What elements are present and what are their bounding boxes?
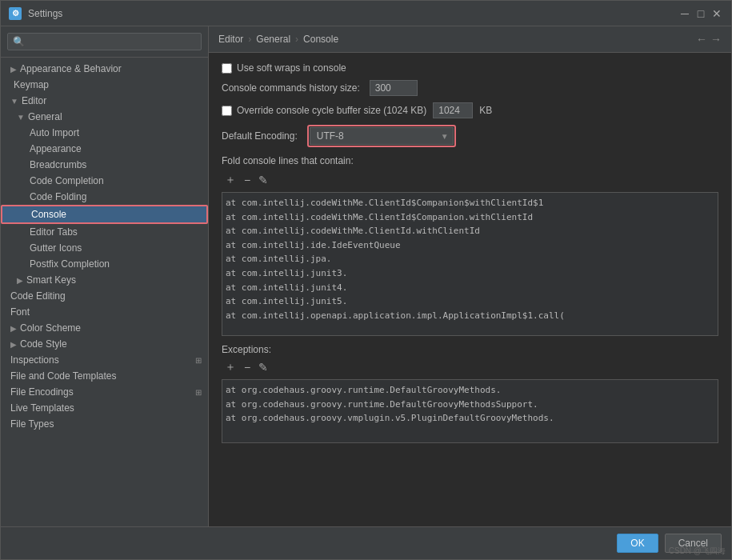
- sidebar-item-file-code-templates[interactable]: File and Code Templates: [1, 368, 208, 384]
- sidebar-item-inspections[interactable]: Inspections ⊞: [1, 352, 208, 368]
- sidebar-item-keymap[interactable]: Keymap: [1, 77, 208, 93]
- sidebar: ▶ Appearance & Behavior Keymap ▼ Editor …: [1, 26, 209, 526]
- override-checkbox[interactable]: [222, 106, 232, 116]
- override-text: Override console cycle buffer size (1024…: [237, 105, 426, 116]
- sidebar-item-label: General: [28, 111, 62, 122]
- fold-list[interactable]: at com.intellij.codeWithMe.ClientId$Comp…: [222, 192, 718, 336]
- ok-button[interactable]: OK: [617, 534, 658, 553]
- encoding-row: Default Encoding: UTF-8 UTF-16 ISO-8859-…: [222, 125, 718, 147]
- sidebar-item-label: Gutter Icons: [30, 242, 82, 254]
- sidebar-item-label: Appearance: [30, 143, 82, 154]
- sidebar-item-auto-import[interactable]: Auto Import: [1, 125, 208, 141]
- encoding-select[interactable]: UTF-8 UTF-16 ISO-8859-1 US-ASCII Windows…: [310, 127, 454, 145]
- history-label: Console commands history size:: [222, 82, 360, 94]
- sidebar-item-label: Font: [10, 306, 30, 318]
- expand-arrow: ▶: [10, 65, 17, 74]
- main-panel: Editor › General › Console ← → Use soft …: [209, 26, 731, 526]
- fold-toolbar: ＋ − ✎: [222, 171, 718, 189]
- sidebar-item-label: Breadcrumbs: [30, 159, 86, 170]
- exceptions-remove-button[interactable]: −: [241, 359, 254, 375]
- sidebar-item-file-types[interactable]: File Types: [1, 416, 208, 432]
- exceptions-add-button[interactable]: ＋: [222, 358, 239, 376]
- fold-label: Fold console lines that contain:: [222, 155, 718, 166]
- exceptions-list[interactable]: at org.codehaus.groovy.runtime.DefaultGr…: [222, 379, 718, 443]
- sidebar-item-appearance-behavior[interactable]: ▶ Appearance & Behavior: [1, 61, 208, 77]
- breadcrumb-general: General: [256, 34, 290, 45]
- search-box: [1, 26, 208, 58]
- nav-arrows: ← →: [696, 33, 722, 46]
- sidebar-item-label: File Encodings: [10, 386, 74, 398]
- sidebar-item-appearance[interactable]: Appearance: [1, 141, 208, 157]
- override-label[interactable]: Override console cycle buffer size (1024…: [222, 105, 426, 116]
- breadcrumb-sep-1: ›: [248, 34, 251, 45]
- settings-window: ⚙ Settings ─ □ ✕ ▶ Appearance & Behavior: [0, 0, 732, 560]
- sidebar-item-font[interactable]: Font: [1, 304, 208, 320]
- exceptions-toolbar: ＋ − ✎: [222, 358, 718, 376]
- list-item: at com.intellij.openapi.application.impl…: [226, 309, 714, 323]
- sidebar-item-gutter-icons[interactable]: Gutter Icons: [1, 240, 208, 256]
- sidebar-item-code-completion[interactable]: Code Completion: [1, 173, 208, 189]
- sidebar-item-editor[interactable]: ▼ Editor: [1, 93, 208, 109]
- list-item: at com.intellij.codeWithMe.ClientId$Comp…: [226, 196, 714, 210]
- expand-arrow: ▶: [10, 324, 17, 333]
- sidebar-item-code-editing[interactable]: Code Editing: [1, 288, 208, 304]
- sidebar-item-smart-keys[interactable]: ▶ Smart Keys: [1, 272, 208, 288]
- sidebar-item-label: Editor: [22, 95, 46, 106]
- kb-label: KB: [479, 105, 492, 116]
- footer: OK Cancel: [1, 526, 731, 559]
- sidebar-item-label: Editor Tabs: [30, 226, 78, 238]
- sidebar-item-label: File Types: [10, 418, 54, 430]
- expand-arrow: ▼: [10, 97, 18, 106]
- sidebar-item-color-scheme[interactable]: ▶ Color Scheme: [1, 320, 208, 336]
- fold-edit-button[interactable]: ✎: [255, 172, 271, 188]
- list-item: at com.intellij.jpa.: [226, 252, 714, 266]
- sidebar-item-label: Code Folding: [30, 191, 86, 202]
- panel-content: Use soft wraps in console Console comman…: [209, 53, 731, 526]
- sidebar-item-label: Smart Keys: [26, 274, 76, 286]
- window-title: Settings: [28, 8, 678, 19]
- sidebar-item-code-style[interactable]: ▶ Code Style: [1, 336, 208, 352]
- list-item: at com.intellij.junit4.: [226, 281, 714, 295]
- sidebar-item-general[interactable]: ▼ General: [1, 109, 208, 125]
- sidebar-item-postfix-completion[interactable]: Postfix Completion: [1, 256, 208, 272]
- list-item: at com.intellij.codeWithMe.ClientId.with…: [226, 224, 714, 238]
- inspections-icon: ⊞: [195, 356, 202, 365]
- minimize-button[interactable]: ─: [678, 7, 691, 20]
- soft-wraps-text: Use soft wraps in console: [237, 62, 346, 74]
- soft-wraps-checkbox[interactable]: [222, 63, 232, 74]
- encoding-select-wrapper: UTF-8 UTF-16 ISO-8859-1 US-ASCII Windows…: [307, 125, 456, 147]
- watermark: CSDN @飞四海: [669, 546, 726, 557]
- breadcrumb-console: Console: [303, 34, 338, 45]
- breadcrumb-bar: Editor › General › Console ← →: [209, 26, 731, 53]
- maximize-button[interactable]: □: [694, 7, 707, 20]
- history-input[interactable]: [370, 80, 418, 96]
- sidebar-item-console[interactable]: Console: [1, 205, 208, 224]
- sidebar-item-label: Code Editing: [10, 290, 66, 302]
- soft-wraps-label[interactable]: Use soft wraps in console: [222, 62, 346, 74]
- exceptions-edit-button[interactable]: ✎: [255, 359, 271, 375]
- sidebar-item-label: Code Completion: [30, 175, 104, 186]
- nav-forward-button[interactable]: →: [710, 33, 722, 46]
- list-item: at com.intellij.ide.IdeEventQueue: [226, 238, 714, 253]
- breadcrumb-sep-2: ›: [295, 34, 298, 45]
- override-value-input[interactable]: [433, 102, 473, 118]
- title-bar: ⚙ Settings ─ □ ✕: [1, 1, 731, 26]
- sidebar-item-file-encodings[interactable]: File Encodings ⊞: [1, 384, 208, 400]
- exceptions-section: Exceptions: ＋ − ✎ at org.codehaus.groovy…: [222, 344, 718, 443]
- close-button[interactable]: ✕: [710, 7, 723, 20]
- list-item: at org.codehaus.groovy.runtime.DefaultGr…: [226, 383, 714, 398]
- sidebar-item-label: Inspections: [10, 354, 59, 366]
- sidebar-item-editor-tabs[interactable]: Editor Tabs: [1, 224, 208, 240]
- search-input[interactable]: [7, 33, 202, 50]
- sidebar-tree: ▶ Appearance & Behavior Keymap ▼ Editor …: [1, 58, 208, 526]
- sidebar-item-breadcrumbs[interactable]: Breadcrumbs: [1, 157, 208, 173]
- sidebar-item-live-templates[interactable]: Live Templates: [1, 400, 208, 416]
- expand-arrow: ▼: [17, 113, 25, 122]
- sidebar-item-code-folding[interactable]: Code Folding: [1, 189, 208, 205]
- fold-add-button[interactable]: ＋: [222, 171, 239, 189]
- nav-back-button[interactable]: ←: [696, 33, 707, 46]
- expand-arrow: ▶: [17, 276, 23, 285]
- fold-remove-button[interactable]: −: [241, 172, 254, 188]
- sidebar-item-label: Live Templates: [10, 402, 74, 414]
- list-item: at com.intellij.junit3.: [226, 266, 714, 281]
